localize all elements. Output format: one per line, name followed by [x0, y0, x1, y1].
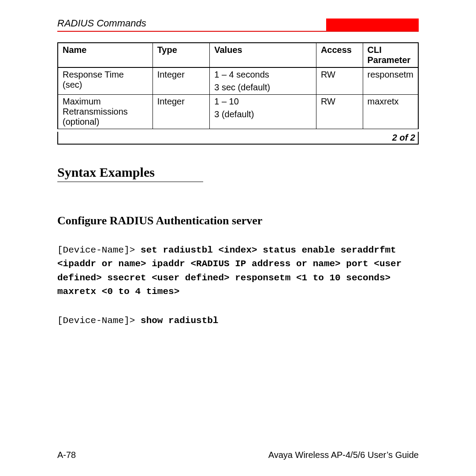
subsection-configure-radius: Configure RADIUS Authentication server — [57, 214, 419, 227]
cell-type: Integer — [152, 67, 210, 95]
cell-name: Maximum Retransmissions (optional) — [58, 95, 152, 129]
cell-text: 3 sec (default) — [214, 82, 312, 93]
cell-cli: maxretx — [363, 95, 418, 129]
cli-prompt: [Device-Name]> — [57, 245, 141, 255]
document-page: RADIUS Commands Name Type Values Access … — [0, 0, 476, 476]
table-row: Maximum Retransmissions (optional) Integ… — [58, 95, 418, 129]
cell-values: 1 – 10 3 (default) — [210, 95, 316, 129]
col-values: Values — [210, 43, 316, 67]
cell-name: Response Time (sec) — [58, 67, 152, 95]
cell-text: 1 – 10 — [214, 97, 312, 107]
table-page-indicator: 2 of 2 — [57, 132, 419, 145]
page-header: RADIUS Commands — [57, 18, 419, 32]
header-red-bar — [326, 19, 419, 31]
footer-doc-title: Avaya Wireless AP-4/5/6 User’s Guide — [268, 450, 419, 460]
cell-text: (sec) — [63, 80, 148, 90]
cell-cli: responsetm — [363, 67, 418, 95]
col-cli: CLI Parameter — [363, 43, 418, 67]
page-footer: A-78 Avaya Wireless AP-4/5/6 User’s Guid… — [57, 450, 419, 460]
cell-text: Maximum — [63, 97, 148, 107]
cli-prompt: [Device-Name]> — [57, 316, 141, 326]
parameter-table: Name Type Values Access CLI Parameter Re… — [57, 42, 419, 129]
footer-page-number: A-78 — [57, 450, 76, 460]
cell-text: 3 (default) — [214, 109, 312, 119]
section-syntax-examples: Syntax Examples — [57, 165, 203, 182]
cell-values: 1 – 4 seconds 3 sec (default) — [210, 67, 316, 95]
code-example-show: [Device-Name]> show radiustbl — [57, 314, 419, 328]
cell-type: Integer — [152, 95, 210, 129]
cell-text: Retransmissions (optional) — [63, 107, 148, 127]
cli-command: show radiustbl — [141, 316, 218, 326]
cell-text: Response Time — [63, 70, 148, 80]
cell-access: RW — [316, 95, 363, 129]
header-title: RADIUS Commands — [57, 18, 146, 31]
table-row: Response Time (sec) Integer 1 – 4 second… — [58, 67, 418, 95]
cell-text: 1 – 4 seconds — [214, 70, 312, 80]
table-header-row: Name Type Values Access CLI Parameter — [58, 43, 418, 67]
col-name: Name — [58, 43, 152, 67]
code-example-set: [Device-Name]> set radiustbl <index> sta… — [57, 243, 419, 299]
col-access: Access — [316, 43, 363, 67]
col-type: Type — [152, 43, 210, 67]
cell-access: RW — [316, 67, 363, 95]
